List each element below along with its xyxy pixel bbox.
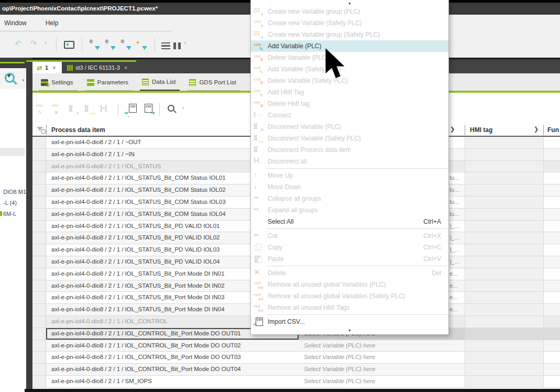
function-cell[interactable]	[543, 221, 560, 233]
menubar-item-window[interactable]: Window	[4, 15, 27, 31]
function-cell[interactable]	[543, 328, 560, 340]
menu-item-add-variable-plc[interactable]: Add Variable (PLC)	[251, 40, 448, 52]
variable-cell[interactable]: Select Variable (PLC) here	[299, 364, 465, 376]
variable-column-expand-icon[interactable]: ❯	[450, 126, 455, 133]
menu-item-select-all[interactable]: Select AllCtrl+A	[251, 216, 448, 227]
hmi-tag-cell[interactable]	[465, 316, 543, 328]
row-header-cell[interactable]	[32, 352, 46, 364]
function-cell[interactable]	[543, 137, 560, 149]
hmi-tag-cell[interactable]	[465, 149, 543, 161]
function-cell[interactable]	[543, 268, 560, 280]
function-cell[interactable]	[543, 304, 560, 316]
function-cell[interactable]	[543, 197, 560, 209]
hmi-tag-cell[interactable]	[465, 256, 543, 268]
row-header-cell[interactable]	[32, 221, 46, 233]
view-columns-icon[interactable]	[173, 42, 181, 49]
menubar-item-help[interactable]: Help	[46, 15, 59, 31]
process-data-item-cell[interactable]: axl-e-pn-iol4-0-dio8 / 2 / 1 / SM_IOPS	[46, 376, 299, 388]
column-header-function[interactable]: Fun	[547, 126, 559, 134]
row-header-cell[interactable]	[32, 244, 46, 256]
function-cell[interactable]	[543, 184, 560, 197]
hmi-tag-cell[interactable]	[465, 221, 543, 233]
row-header-cell[interactable]	[32, 316, 46, 328]
csv-export-icon[interactable]	[140, 104, 153, 115]
tree-selected-item[interactable]	[0, 148, 25, 156]
hmi-tag-cell[interactable]	[465, 232, 543, 244]
row-header-cell[interactable]	[32, 149, 46, 161]
row-header-cell[interactable]	[32, 137, 46, 149]
function-cell[interactable]	[543, 340, 560, 352]
function-cell[interactable]	[543, 172, 560, 184]
menu-scroll-down-icon[interactable]: ▼	[251, 328, 448, 333]
row-header-cell[interactable]	[32, 161, 46, 173]
subtab-data-list[interactable]: Data List	[140, 75, 180, 91]
hmi-tag-cell[interactable]	[465, 172, 543, 184]
hmi-tag-cell[interactable]	[465, 184, 543, 197]
row-header-cell[interactable]	[32, 340, 46, 352]
tab-close-icon[interactable]: ×	[124, 64, 127, 71]
function-cell[interactable]	[543, 376, 560, 388]
hmi-tag-cell[interactable]	[465, 328, 543, 340]
function-cell[interactable]	[543, 352, 560, 364]
display-icon[interactable]	[63, 39, 75, 50]
filter-network-icon[interactable]	[104, 39, 117, 50]
row-header-cell[interactable]	[32, 256, 46, 268]
filter-user-icon[interactable]	[136, 39, 148, 50]
filter-search-icon[interactable]	[4, 72, 18, 86]
column-header-process-data-item[interactable]: Process data item	[51, 126, 105, 134]
table-row[interactable]: axl-e-pn-iol4-0-dio8 / 2 / 1 / IOL_CONTR…	[32, 352, 560, 364]
view-rows-icon[interactable]	[161, 42, 170, 49]
row-header-cell[interactable]	[32, 364, 46, 376]
menu-item-import-csv[interactable]: Import CSV...	[251, 316, 448, 328]
tab-1[interactable]: ⇄1×	[32, 62, 62, 73]
hmi-tag-cell[interactable]	[465, 209, 543, 221]
row-header-cell[interactable]	[32, 304, 46, 316]
row-header-cell[interactable]	[32, 280, 46, 292]
hmi-tag-cell[interactable]	[465, 292, 543, 304]
column-header-hmi-tag[interactable]: HMI tag	[470, 126, 492, 134]
row-header-cell[interactable]	[32, 184, 46, 197]
hmi-tag-cell[interactable]	[465, 244, 543, 256]
function-cell[interactable]	[543, 292, 560, 304]
function-cell[interactable]	[543, 364, 560, 376]
function-cell[interactable]	[543, 209, 560, 221]
table-row[interactable]: axl-e-pn-iol4-0-dio8 / 2 / 1 / IOL_CONTR…	[32, 340, 560, 352]
hmi-tag-cell[interactable]	[465, 352, 543, 364]
row-header-cell[interactable]	[32, 197, 46, 209]
bottom-scrollbar[interactable]	[25, 389, 560, 392]
panel-splitter[interactable]	[26, 58, 32, 389]
search-icon[interactable]	[166, 104, 179, 115]
process-data-item-cell[interactable]: axl-e-pn-iol4-0-dio8 / 2 / 1 / IOL_CONTR…	[46, 364, 299, 376]
hmi-tag-cell[interactable]	[465, 137, 543, 149]
row-header-cell[interactable]	[32, 209, 46, 221]
table-row[interactable]: axl-e-pn-iol4-0-dio8 / 2 / 1 / SM_IOPSSe…	[32, 376, 560, 388]
hmi-tag-cell[interactable]	[465, 364, 543, 376]
function-cell[interactable]	[543, 316, 560, 328]
function-cell[interactable]	[543, 149, 560, 161]
row-header-cell[interactable]	[32, 232, 46, 244]
function-cell[interactable]	[543, 280, 560, 292]
menu-scroll-up-icon[interactable]: ▲	[251, 0, 448, 6]
hmi-tag-cell[interactable]	[465, 280, 543, 292]
process-data-item-cell[interactable]: axl-e-pn-iol4-0-dio8 / 2 / 1 / IOL_CONTR…	[46, 352, 299, 364]
row-header-cell[interactable]	[32, 172, 46, 184]
filter-device-icon[interactable]	[89, 39, 101, 50]
hmi-column-expand-icon[interactable]: ❯	[534, 126, 539, 133]
search-dropdown-caret[interactable]: ⌄	[127, 113, 131, 118]
hmi-tag-cell[interactable]	[465, 197, 543, 209]
process-data-item-cell[interactable]: axl-e-pn-iol4-0-dio8 / 2 / 1 / IOL_CONTR…	[46, 340, 299, 352]
function-cell[interactable]	[543, 232, 560, 244]
variable-cell[interactable]: Select Variable (PLC) here	[299, 340, 465, 352]
hmi-tag-cell[interactable]	[465, 304, 543, 316]
hmi-tag-cell[interactable]	[465, 161, 543, 173]
table-row[interactable]: axl-e-pn-iol4-0-dio8 / 2 / 1 / IOL_CONTR…	[32, 364, 560, 376]
variable-cell[interactable]: Select Variable (PLC) here	[299, 352, 465, 364]
variable-cell[interactable]: Select Variable (PLC) here	[299, 376, 465, 388]
row-header-cell[interactable]	[32, 292, 46, 304]
hmi-tag-cell[interactable]	[465, 376, 543, 388]
hmi-tag-cell[interactable]	[465, 268, 543, 280]
filter-dropdown-caret[interactable]: ▾	[22, 78, 25, 83]
filter-io-icon[interactable]	[120, 39, 133, 50]
function-cell[interactable]	[543, 244, 560, 256]
function-cell[interactable]	[543, 161, 560, 173]
